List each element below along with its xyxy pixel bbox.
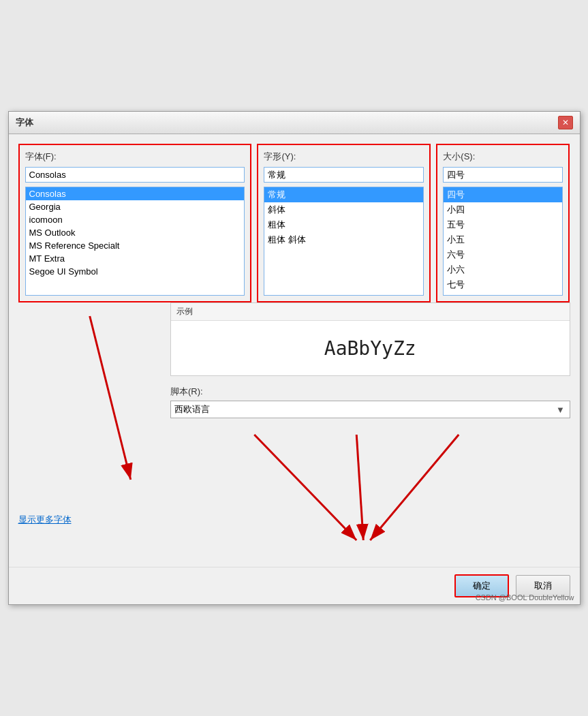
left-space: 显示更多字体 [18,302,161,557]
font-input[interactable] [25,167,245,183]
size-panel: 大小(S): 四号小四五号小五六号小六七号 [436,144,570,302]
list-item[interactable]: 小五 [444,232,562,247]
list-item[interactable]: 四号 [444,187,562,202]
right-section: 示例 AaBbYyZz 脚本(R): 西欧语言 ▼ [170,302,570,557]
list-item[interactable]: Consolas [26,187,245,200]
list-item[interactable]: 六号 [444,247,562,262]
svg-line-6 [356,435,363,540]
arrows-area [170,428,570,550]
list-item[interactable]: MT Extra [26,252,245,265]
style-list[interactable]: 常规斜体粗体粗体 斜体 [264,187,424,296]
arrows-left-area [18,302,161,507]
list-item[interactable]: 七号 [444,277,562,292]
top-panels: 字体(F): ConsolasGeorgiaicomoonMS OutlookM… [18,144,570,302]
list-item[interactable]: 常规 [264,187,423,202]
list-item[interactable]: Georgia [26,200,245,213]
svg-line-5 [254,435,356,540]
show-more-link[interactable]: 显示更多字体 [18,514,72,526]
list-item[interactable]: 小四 [444,202,562,217]
size-panel-label: 大小(S): [443,151,563,163]
svg-line-1 [89,316,130,480]
svg-line-7 [370,435,459,540]
font-dialog: 字体 ✕ 字体(F): ConsolasGeorgiaicomoonMS Out… [8,111,581,605]
list-item[interactable]: icomoon [26,213,245,226]
style-panel-label: 字形(Y): [264,151,424,163]
dialog-title: 字体 [16,116,33,129]
size-input[interactable] [443,167,563,183]
list-item[interactable]: 五号 [444,217,562,232]
close-button[interactable]: ✕ [558,116,573,129]
list-item[interactable]: 小六 [444,262,562,277]
style-panel: 字形(Y): 常规斜体粗体粗体 斜体 [257,144,431,302]
list-item[interactable]: MS Reference Specialt [26,239,245,252]
list-item[interactable]: MS Outlook [26,226,245,239]
preview-area: AaBbYyZz [171,321,570,375]
left-arrow-svg [18,302,161,507]
font-panel: 字体(F): ConsolasGeorgiaicomoonMS OutlookM… [18,144,252,302]
list-item[interactable]: 斜体 [264,202,423,217]
dialog-body: 字体(F): ConsolasGeorgiaicomoonMS OutlookM… [9,134,580,567]
script-select[interactable]: 西欧语言 ▼ [170,401,570,418]
dropdown-arrow-icon: ▼ [555,405,566,415]
list-item[interactable]: Segoe UI Symbol [26,265,245,278]
script-label: 脚本(R): [170,386,570,398]
preview-label: 示例 [171,303,570,321]
title-bar: 字体 ✕ [9,112,580,134]
dialog-wrapper: 字体 ✕ 字体(F): ConsolasGeorgiaicomoonMS Out… [0,0,588,716]
font-list[interactable]: ConsolasGeorgiaicomoonMS OutlookMS Refer… [25,187,245,296]
script-value: 西欧语言 [174,403,555,416]
list-item[interactable]: 粗体 斜体 [264,232,423,247]
script-group: 脚本(R): 西欧语言 ▼ [170,386,570,418]
list-item[interactable]: 粗体 [264,217,423,232]
size-list[interactable]: 四号小四五号小五六号小六七号 [443,187,563,296]
arrows-svg [170,428,570,550]
font-panel-label: 字体(F): [25,151,245,163]
bottom-section: 显示更多字体 示例 AaBbYyZz 脚本(R): 西欧语言 ▼ [18,302,570,557]
preview-group: 示例 AaBbYyZz [170,302,570,376]
style-input[interactable] [264,167,424,183]
watermark: CSDN @BOOL DoubleYellow [476,593,574,602]
